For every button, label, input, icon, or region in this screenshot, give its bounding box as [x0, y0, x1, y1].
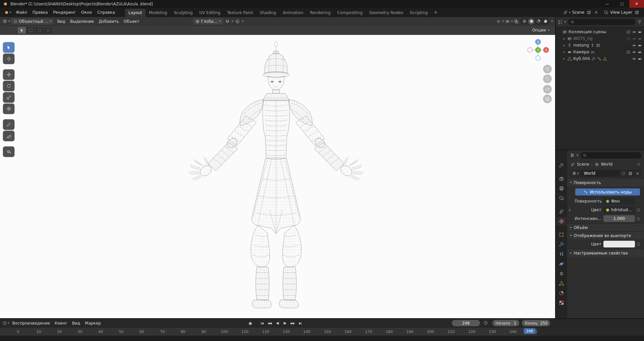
- viewport-pan-button[interactable]: [543, 74, 552, 83]
- selectable-toggle-icon[interactable]: [626, 30, 631, 34]
- select-mode-box[interactable]: [26, 27, 35, 34]
- shading-mode-rendered[interactable]: [542, 18, 549, 24]
- close-button[interactable]: ✕: [629, 0, 644, 8]
- minimize-button[interactable]: —: [600, 0, 614, 8]
- expand-icon[interactable]: ▸: [567, 208, 573, 212]
- surface-panel-header[interactable]: ▾ Поверхность ····: [567, 179, 644, 186]
- timeline-menu-2[interactable]: Вид: [70, 320, 83, 327]
- tool-annotate[interactable]: [3, 119, 14, 130]
- properties-tab-object[interactable]: [556, 231, 567, 239]
- properties-tab-physics[interactable]: [556, 260, 567, 268]
- snap-options-dropdown[interactable]: ▾: [232, 20, 233, 23]
- custom-properties-panel-header[interactable]: ▸ Настраиваемые свойства ····: [567, 249, 644, 257]
- gizmos-dropdown[interactable]: ▾: [502, 20, 504, 23]
- properties-tab-view-layer[interactable]: [556, 194, 567, 202]
- tool-select[interactable]: [3, 42, 14, 53]
- selectable-toggle-icon[interactable]: [626, 50, 631, 54]
- shading-mode-wireframe[interactable]: [521, 18, 528, 24]
- drag-handle[interactable]: ····: [634, 181, 641, 184]
- breadcrumb-world[interactable]: World: [601, 162, 612, 167]
- workspace-tab-layout[interactable]: Layout: [125, 9, 146, 17]
- transform-orientation-dropdown[interactable]: Глоба... ▾: [193, 18, 223, 24]
- menubar-item-2[interactable]: Рендеринг: [50, 9, 78, 16]
- animate-property-button[interactable]: [637, 243, 640, 246]
- expand-icon[interactable]: ▸: [562, 37, 566, 40]
- timeline-ruler[interactable]: 248 010203040506070809010011012013014015…: [0, 327, 644, 336]
- model-wireframe[interactable]: [175, 39, 377, 318]
- use-nodes-button[interactable]: Использовать ноды: [575, 188, 640, 195]
- viewport-menu-1[interactable]: Выделение: [68, 18, 96, 25]
- editor-type-icon[interactable]: [2, 19, 7, 24]
- filter-icon[interactable]: [637, 20, 642, 24]
- jump-to-start-button[interactable]: |◀: [259, 320, 265, 326]
- jump-to-end-button[interactable]: ▶|: [297, 320, 304, 326]
- mode-dropdown[interactable]: Объектный ... ▾: [11, 18, 54, 24]
- properties-tab-world[interactable]: [556, 217, 567, 225]
- workspace-tab-sculpting[interactable]: Sculpting: [170, 9, 196, 17]
- drag-handle[interactable]: ····: [634, 251, 641, 255]
- tool-transform[interactable]: [3, 104, 14, 114]
- drag-handle[interactable]: ····: [634, 226, 641, 229]
- properties-tab-particles[interactable]: [556, 250, 567, 258]
- add-workspace-button[interactable]: +: [431, 9, 440, 16]
- surface-shader-dropdown[interactable]: Фон: [603, 198, 635, 205]
- browse-world-button[interactable]: ▾: [571, 170, 581, 177]
- copy-datablock-button[interactable]: [627, 170, 634, 177]
- next-keyframe-button[interactable]: ▶▶: [289, 320, 296, 326]
- properties-search-input[interactable]: [580, 152, 641, 159]
- tool-move[interactable]: [3, 69, 14, 80]
- tool-cursor[interactable]: [3, 54, 14, 64]
- shading-mode-solid[interactable]: [528, 18, 535, 24]
- workspace-tab-animation[interactable]: Animation: [279, 9, 307, 17]
- outliner-search-input[interactable]: [568, 19, 636, 25]
- show-overlays-icon[interactable]: [505, 19, 510, 24]
- selectable-toggle-icon[interactable]: [626, 37, 631, 41]
- maximize-button[interactable]: ▢: [614, 0, 629, 8]
- workspace-tab-texture-paint[interactable]: Texture Paint: [224, 9, 256, 17]
- render-toggle-camera-icon[interactable]: [638, 57, 642, 61]
- snap-magnet-icon[interactable]: [224, 19, 231, 24]
- blender-app-menu[interactable]: ▾: [2, 10, 13, 15]
- outliner-row[interactable]: ▸Куб.004: [556, 55, 644, 62]
- tool-add-cube[interactable]: [3, 147, 14, 157]
- tool-scale[interactable]: [3, 92, 14, 103]
- viewport-menu-2[interactable]: Добавить: [96, 18, 121, 25]
- viewport-color-swatch[interactable]: [603, 241, 635, 247]
- properties-tab-scene[interactable]: [556, 208, 567, 216]
- shading-dropdown[interactable]: ▾: [551, 20, 553, 23]
- play-button[interactable]: ▶: [282, 320, 288, 326]
- viewport-zoom-button[interactable]: [543, 65, 552, 73]
- tool-measure[interactable]: [3, 131, 14, 141]
- viewport-menu-3[interactable]: Объект: [121, 18, 142, 25]
- workspace-tab-uv-editing[interactable]: UV Editing: [196, 9, 224, 17]
- prev-keyframe-button[interactable]: ◀◀: [266, 320, 273, 326]
- workspace-tab-scripting[interactable]: Scripting: [407, 9, 431, 17]
- menubar-item-4[interactable]: Справка: [95, 9, 118, 16]
- menubar-item-1[interactable]: Правка: [30, 9, 51, 16]
- workspace-tab-compositing[interactable]: Compositing: [334, 9, 366, 17]
- animate-property-button[interactable]: [637, 217, 640, 220]
- timeline-menu-1[interactable]: Кеинг: [52, 320, 70, 327]
- viewport-camera-button[interactable]: [543, 85, 552, 94]
- render-toggle-camera-icon[interactable]: [638, 37, 642, 41]
- render-toggle-camera-icon[interactable]: [638, 30, 642, 34]
- hide-toggle-eye-icon[interactable]: [632, 30, 636, 34]
- shading-mode-material[interactable]: [535, 18, 542, 24]
- color-texture-dropdown[interactable]: hdristudio2_3d...: [603, 207, 635, 213]
- properties-tab-output[interactable]: [556, 184, 567, 192]
- properties-tab-material[interactable]: [556, 289, 567, 297]
- hide-toggle-eye-icon[interactable]: [632, 37, 636, 41]
- scene-name[interactable]: Scene: [572, 10, 585, 15]
- properties-tab-tool[interactable]: [556, 161, 567, 169]
- tool-rotate[interactable]: [3, 81, 14, 91]
- expand-icon[interactable]: ▸: [562, 57, 566, 60]
- expand-icon[interactable]: ▸: [562, 50, 566, 54]
- world-name-field[interactable]: World: [581, 170, 620, 177]
- timeline-playhead[interactable]: 248: [524, 328, 535, 334]
- outliner-row[interactable]: ▸WGTS_rig: [556, 35, 644, 42]
- pin-icon[interactable]: [637, 162, 641, 166]
- properties-editor-type-icon[interactable]: [570, 153, 575, 158]
- fake-user-button[interactable]: [620, 170, 627, 177]
- workspace-tab-modeling[interactable]: Modeling: [146, 9, 171, 17]
- timeline-editor-type-icon[interactable]: [2, 321, 7, 326]
